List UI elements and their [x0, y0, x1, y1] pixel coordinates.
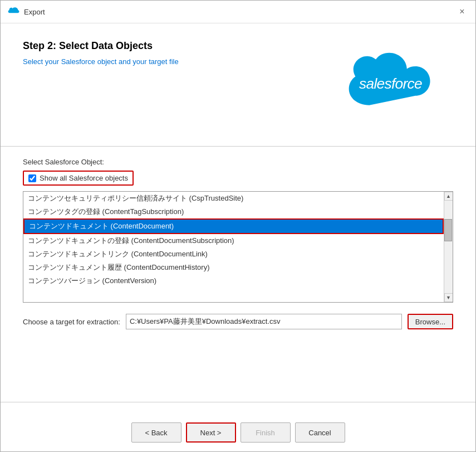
show-all-label: Show all Salesforce objects [40, 174, 128, 182]
title-bar-left: Export [7, 7, 45, 17]
header-area: Step 2: Select Data Objects Select your … [23, 40, 453, 129]
objects-listbox[interactable]: コンテンツセキュリティポリシー信頼済みサイト (CspTrustedSite)コ… [23, 192, 444, 302]
title-bar: Export × [1, 1, 475, 23]
back-button[interactable]: < Back [131, 422, 181, 443]
next-button[interactable]: Next > [186, 422, 236, 443]
scrollbar[interactable]: ▲ ▼ [444, 192, 453, 302]
salesforce-logo: salesforce [322, 46, 445, 124]
cancel-button[interactable]: Cancel [295, 422, 345, 443]
scroll-thumb-area [444, 201, 453, 293]
show-all-checkbox-row[interactable]: Show all Salesforce objects [23, 171, 134, 186]
list-item[interactable]: コンテンツドキュメント履歴 (ContentDocumentHistory) [23, 261, 444, 274]
target-label: Choose a target for extraction: [23, 318, 120, 326]
step-subtitle: Select your Salesforce object and your t… [23, 57, 314, 66]
listbox-container: コンテンツセキュリティポリシー信頼済みサイト (CspTrustedSite)コ… [23, 191, 453, 303]
scroll-down-arrow[interactable]: ▼ [444, 293, 453, 302]
divider-bottom [1, 402, 475, 402]
target-row: Choose a target for extraction: Browse..… [23, 314, 453, 329]
selection-area: Select Salesforce Object: Show all Sales… [23, 147, 453, 391]
salesforce-logo-area: salesforce [314, 40, 453, 129]
list-item[interactable]: コンテンツドキュメントリンク (ContentDocumentLink) [23, 247, 444, 261]
footer: < Back Next > Finish Cancel [1, 414, 475, 451]
scroll-up-arrow[interactable]: ▲ [444, 192, 453, 201]
list-item[interactable]: コンテンツバージョン (ContentVersion) [23, 274, 444, 288]
salesforce-icon-small [7, 7, 19, 17]
svg-text:salesforce: salesforce [359, 75, 422, 92]
step-info: Step 2: Select Data Objects Select your … [23, 40, 314, 66]
list-item[interactable]: コンテンツドキュメント (ContentDocument) [23, 218, 444, 234]
list-item[interactable]: コンテンツタグの登録 (ContentTagSubscription) [23, 205, 444, 218]
export-dialog: Export × Step 2: Select Data Objects Sel… [0, 0, 476, 452]
step-title: Step 2: Select Data Objects [23, 40, 314, 52]
main-content: Step 2: Select Data Objects Select your … [1, 23, 475, 414]
show-all-checkbox[interactable] [28, 174, 36, 182]
browse-button[interactable]: Browse... [408, 314, 453, 329]
select-label: Select Salesforce Object: [23, 158, 453, 166]
finish-button[interactable]: Finish [241, 422, 291, 443]
list-item[interactable]: コンテンツドキュメントの登録 (ContentDocumentSubscript… [23, 234, 444, 247]
dialog-title: Export [24, 8, 45, 16]
close-button[interactable]: × [455, 5, 469, 18]
scroll-thumb [444, 219, 452, 241]
target-input[interactable] [126, 314, 402, 329]
list-item[interactable]: コンテンツセキュリティポリシー信頼済みサイト (CspTrustedSite) [23, 192, 444, 205]
